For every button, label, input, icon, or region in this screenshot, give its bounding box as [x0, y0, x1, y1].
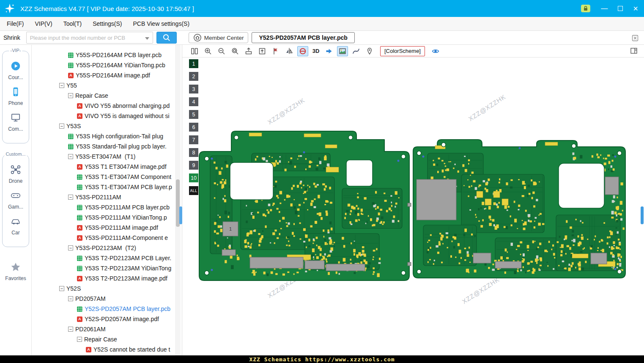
search-input[interactable]: [30, 33, 144, 43]
tree-item[interactable]: −Y55: [32, 80, 181, 91]
chevron-down-icon[interactable]: [145, 37, 149, 40]
menu-item-pcb-view-settings-s[interactable]: PCB View settings(S): [133, 20, 189, 27]
pcb-board-image[interactable]: 1: [198, 127, 626, 296]
document-tab[interactable]: Y52S-PD2057AM PCB layer.pcb: [252, 32, 354, 43]
collapse-icon[interactable]: −: [59, 286, 64, 291]
panel-splitter-handle[interactable]: [179, 206, 182, 224]
collapse-icon[interactable]: −: [68, 296, 73, 301]
tree-item[interactable]: Y53S T2-PD2123AM YiDianTong: [32, 263, 181, 273]
collapse-icon[interactable]: −: [68, 154, 73, 159]
member-center-button[interactable]: Member Center: [189, 32, 249, 43]
layer-button-9[interactable]: 9: [189, 161, 198, 170]
tree-item[interactable]: AY53S T1 ET3047AM image.pdf: [32, 162, 181, 172]
collapse-icon[interactable]: −: [77, 337, 82, 342]
layer-button-6[interactable]: 6: [189, 123, 198, 132]
layer-button-3[interactable]: 3: [189, 85, 198, 94]
collapse-icon[interactable]: −: [59, 83, 64, 88]
layer-button-7[interactable]: 7: [189, 135, 198, 144]
pdf-file-icon: A: [77, 164, 82, 170]
red-lens-icon[interactable]: [297, 46, 308, 56]
export-board-icon[interactable]: [257, 46, 268, 56]
collapse-icon[interactable]: −: [68, 245, 73, 250]
colorscheme-button[interactable]: [ColorScheme]: [380, 46, 425, 56]
tree-item[interactable]: −Repair Case: [32, 91, 181, 101]
zoom-out-icon[interactable]: [216, 46, 227, 56]
sidebar-item-com[interactable]: Com...: [3, 112, 29, 132]
collapse-icon[interactable]: −: [68, 195, 73, 200]
menu-item-tool-t[interactable]: Tool(T): [63, 20, 82, 27]
layer-button-8[interactable]: 8: [189, 148, 198, 157]
tree-item[interactable]: Y55S-PD2164AM YiDianTong.pcb: [32, 60, 181, 70]
curve-icon[interactable]: [351, 46, 362, 56]
tree-scrollbar[interactable]: [175, 45, 181, 355]
tree-item[interactable]: Y53S Standard-Tail plug pcb layer.: [32, 141, 181, 151]
blue-arrow-icon[interactable]: [323, 46, 334, 56]
collapse-icon[interactable]: −: [68, 93, 73, 98]
tree-item[interactable]: AVIVO Y55 abnormal charging.pd: [32, 101, 181, 111]
tree-item[interactable]: −Y53S-PD2111AM: [32, 192, 181, 202]
tree-item[interactable]: Y53S High configuration-Tail plug: [32, 131, 181, 141]
search-button[interactable]: [156, 32, 177, 44]
layer-button-10[interactable]: 10: [189, 173, 198, 182]
tree-item-label: Y53S T2-PD2123AM PCB Layer.: [85, 255, 171, 261]
pin-icon[interactable]: [364, 46, 375, 56]
zoom-refresh-icon[interactable]: [230, 46, 241, 56]
close-button[interactable]: ×: [633, 4, 638, 13]
menu-item-settings-s[interactable]: Settings(S): [93, 20, 122, 27]
sidebar-item-cour[interactable]: Cour...: [3, 60, 29, 80]
vip-lock-icon[interactable]: [581, 4, 591, 13]
tree-item[interactable]: Y55S-PD2164AM PCB layer.pcb: [32, 50, 181, 60]
tree-item[interactable]: Y53S T2-PD2123AM PCB Layer.: [32, 253, 181, 263]
flag-icon[interactable]: [270, 46, 281, 56]
minimize-button[interactable]: —: [601, 5, 608, 12]
tree-item[interactable]: AY53S T2-PD2123AM image.pdf: [32, 273, 181, 283]
mirror-flip-icon[interactable]: [284, 46, 295, 56]
tree-item[interactable]: Y52S-PD2057AM PCB layer.pcb: [32, 304, 181, 314]
export-top-icon[interactable]: [243, 46, 254, 56]
search-combobox[interactable]: [26, 32, 153, 44]
tree-item[interactable]: −PD2061AM: [32, 324, 181, 334]
tree-item[interactable]: Y53S T1-ET3047AM PCB layer.p: [32, 182, 181, 192]
tree-item[interactable]: −Y53S-ET3047AM (T1): [32, 151, 181, 162]
tree-item[interactable]: AY52S-PD2057AM image.pdf: [32, 314, 181, 324]
tree-item[interactable]: Y53S-PD2111AM PCB layer.pcb: [32, 202, 181, 212]
close-document-icon[interactable]: [631, 34, 639, 44]
layer-button-all[interactable]: ALL: [189, 186, 198, 195]
shrink-button[interactable]: Shrink: [3, 34, 20, 41]
panel-toggle-icon[interactable]: [630, 47, 638, 57]
layer-button-1[interactable]: 1: [189, 59, 198, 68]
tree-item[interactable]: −Repair Case: [32, 334, 181, 344]
tree-item[interactable]: AY52S cannot be started due t: [32, 344, 181, 355]
layer-button-5[interactable]: 5: [189, 110, 198, 119]
dual-page-icon[interactable]: [189, 46, 200, 56]
tree-item[interactable]: Y53S-PD2111AM YiDianTong.p: [32, 212, 181, 223]
tree-item[interactable]: −Y53S-PD2123AM (T2): [32, 243, 181, 253]
zoom-in-icon[interactable]: [203, 46, 214, 56]
collapse-icon[interactable]: −: [68, 327, 73, 332]
collapse-icon[interactable]: −: [59, 124, 64, 129]
menu-item-vip-v[interactable]: VIP(V): [35, 20, 52, 27]
layer-button-2[interactable]: 2: [189, 72, 198, 81]
tree-item[interactable]: AY53S-PD2111AM-Component e: [32, 233, 181, 243]
tree-item[interactable]: −Y53S: [32, 121, 181, 131]
eye-icon[interactable]: [430, 46, 441, 56]
tree-item[interactable]: AVIVO Y55 is damaged without si: [32, 111, 181, 121]
tree-item[interactable]: Y53S T1-ET3047AM Component: [32, 172, 181, 182]
tree-item[interactable]: AY53S-PD2111AM image.pdf: [32, 223, 181, 233]
sidebar-item-car[interactable]: Car: [3, 216, 29, 236]
tree-item[interactable]: −PD2057AM: [32, 294, 181, 304]
tree-item-label: Y53S T1-ET3047AM Component: [85, 173, 171, 180]
sidebar-item-gam[interactable]: Gam...: [3, 190, 29, 210]
tree-item[interactable]: AY55S-PD2164AM image.pdf: [32, 70, 181, 80]
sidebar-item-drone[interactable]: Drone: [3, 164, 29, 184]
sidebar-item-phone[interactable]: Phone: [3, 86, 29, 106]
maximize-button[interactable]: [618, 6, 623, 11]
menu-item-file-f[interactable]: File(F): [7, 20, 24, 27]
pcb-canvas[interactable]: 12345678910ALL XZZ@XZZHK XZZ@XZZHK XZZ@X…: [182, 58, 644, 355]
image-mode-icon[interactable]: [337, 46, 348, 56]
tree-item[interactable]: −Y52S: [32, 283, 181, 294]
threed-button[interactable]: 3D: [311, 46, 321, 56]
sidebar-item-favorites[interactable]: Favorites: [0, 261, 31, 281]
canvas-scrollbar-thumb[interactable]: [641, 206, 644, 224]
layer-button-4[interactable]: 4: [189, 97, 198, 106]
